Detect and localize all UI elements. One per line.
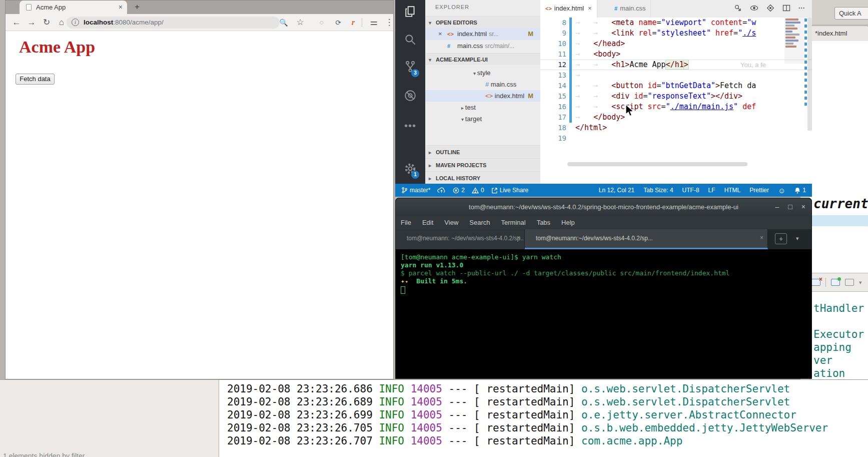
new-tab-button[interactable]: +: [132, 2, 143, 13]
preview-eye-icon[interactable]: [750, 4, 758, 12]
open-editor-item[interactable]: #main.csssrc/main/...: [425, 40, 540, 52]
log-tail-fragment: apping: [813, 341, 851, 353]
chevron-right-icon: ▸: [429, 159, 436, 172]
back-icon[interactable]: ←: [12, 18, 22, 28]
tune-icon[interactable]: ⚌: [368, 18, 378, 28]
chevron-down-icon[interactable]: ▾: [859, 279, 862, 286]
project-header[interactable]: ▾ACME-EXAMPLE-UI: [425, 53, 540, 65]
code-lines[interactable]: 8→ → <meta name="viewport" content="w9→ …: [540, 18, 812, 163]
zoom-icon[interactable]: 🔍: [279, 18, 289, 28]
status-item[interactable]: Ln 12, Col 21: [599, 187, 634, 194]
open-editors-header[interactable]: ▾OPEN EDITORS: [425, 16, 540, 28]
status-item[interactable]: UTF-8: [682, 187, 699, 194]
extension-script-icon[interactable]: r: [348, 18, 358, 28]
gitlens-icon[interactable]: [766, 4, 774, 12]
minimap[interactable]: [784, 18, 804, 133]
terminal-tab[interactable]: tom@neumann: ~/dev/ws/ws-sts4-4.0.2/sp..…: [396, 229, 525, 249]
section-label: OUTLINE: [436, 149, 460, 155]
close-icon[interactable]: ×: [801, 198, 805, 216]
quick-access-box[interactable]: Quick A: [834, 7, 868, 20]
menu-item-file[interactable]: File: [401, 216, 411, 229]
open-changes-icon[interactable]: [734, 4, 742, 12]
home-icon[interactable]: ⌂: [57, 18, 67, 28]
url-text: localhost:8080/acme/app/: [84, 17, 164, 29]
display-console-icon[interactable]: [845, 279, 854, 286]
fetch-data-button[interactable]: Fetch data: [16, 74, 55, 85]
pin-console-icon[interactable]: [831, 279, 840, 286]
reload-icon[interactable]: ↻: [42, 18, 52, 28]
status-item[interactable]: Tab Size: 4: [643, 187, 673, 194]
sidebar-section-header[interactable]: ▸LOCAL HISTORY: [425, 171, 540, 184]
status-item-cloud[interactable]: [437, 187, 446, 194]
notification-bell[interactable]: 1: [794, 187, 806, 194]
status-item[interactable]: HTML: [724, 187, 741, 194]
toolbar-divider: [362, 18, 362, 27]
editor-tab[interactable]: <>index.html×: [540, 0, 597, 18]
menu-item-search[interactable]: Search: [469, 216, 490, 229]
line-number: 13: [540, 70, 566, 81]
eclipse-editor-tab[interactable]: *index.html: [803, 26, 868, 41]
vertical-scrollbar[interactable]: [807, 18, 812, 131]
menu-item-terminal[interactable]: Terminal: [501, 216, 526, 229]
status-item-branch[interactable]: master*: [401, 187, 430, 194]
debug-icon[interactable]: [403, 88, 418, 103]
menu-item-help[interactable]: Help: [561, 216, 575, 229]
file-name: test: [465, 104, 476, 111]
open-editor-item[interactable]: ×<>index.htmlsr...M: [425, 28, 540, 40]
more-actions-icon[interactable]: ···: [798, 4, 805, 12]
split-editor-icon[interactable]: [782, 4, 790, 12]
tab-close-icon[interactable]: ×: [119, 3, 123, 11]
close-console-icon[interactable]: [811, 279, 820, 286]
more-extensions-icon[interactable]: •••: [403, 118, 418, 133]
terminal-titlebar[interactable]: tom@neumann:~/dev/ws/ws-sts4-4.0.2/sprin…: [396, 198, 811, 216]
tree-item[interactable]: # main.css: [425, 79, 540, 90]
tree-item[interactable]: ▸ test: [425, 102, 540, 113]
code-line: 15→ → <div id="responseText"></div>: [540, 91, 812, 102]
modified-badge: M: [528, 90, 533, 102]
code-text: → </body>: [575, 112, 625, 123]
close-icon[interactable]: ×: [588, 5, 592, 12]
code-text: →: [575, 70, 593, 81]
status-item[interactable]: Prettier: [749, 187, 769, 194]
status-item-error[interactable]: 2: [453, 187, 465, 194]
address-bar[interactable]: i localhost:8080/acme/app/: [67, 17, 280, 29]
search-icon[interactable]: [403, 32, 418, 47]
sidebar-section-header[interactable]: ▸MAVEN PROJECTS: [425, 158, 540, 171]
tree-item[interactable]: ▾ style: [425, 67, 540, 79]
close-icon[interactable]: ×: [760, 234, 763, 241]
sidebar-section-header[interactable]: ▸OUTLINE: [425, 145, 540, 158]
desktop: Quick A *index.html currentT. ▾ tHandler…: [0, 0, 868, 457]
forward-icon[interactable]: →: [27, 18, 37, 28]
status-item-warning[interactable]: 0: [472, 187, 484, 194]
terminal-tab-dropdown-icon[interactable]: ▾: [796, 235, 799, 249]
feedback-smiley-icon[interactable]: ☺: [778, 186, 785, 195]
status-item[interactable]: LF: [708, 187, 715, 194]
extension-circle-icon[interactable]: ◌: [317, 18, 327, 28]
tree-item[interactable]: <> index.htmlM: [425, 90, 540, 102]
close-icon[interactable]: ×: [438, 28, 442, 40]
maximize-icon[interactable]: □: [788, 198, 792, 216]
chevron-down-icon: ▾: [461, 117, 465, 122]
menu-item-view[interactable]: View: [444, 216, 458, 229]
menu-item-edit[interactable]: Edit: [422, 216, 433, 229]
terminal-tab-label: tom@neumann: ~/dev/ws/ws-sts4-4.0.2/sp..…: [407, 235, 525, 242]
editor-tab[interactable]: #main.css: [609, 0, 651, 18]
file-path: sr...: [489, 31, 498, 38]
browser-window: Acme App × + ← → ↻ ⌂ i localhost:8080/ac…: [5, 0, 394, 379]
extension-refresh-icon[interactable]: ⟳: [333, 18, 343, 28]
menu-item-tabs[interactable]: Tabs: [537, 216, 550, 229]
status-item-share[interactable]: Live Share: [491, 187, 528, 194]
close-icon[interactable]: ×: [517, 234, 520, 241]
horizontal-scrollbar[interactable]: [567, 162, 747, 166]
terminal-tab[interactable]: tom@neumann:~/dev/ws/ws-sts4-4.0.2/sp...…: [525, 229, 768, 249]
minimize-icon[interactable]: –: [775, 198, 779, 216]
browser-menu-icon[interactable]: ⋮: [384, 18, 394, 28]
browser-tab[interactable]: Acme App ×: [20, 1, 127, 14]
new-terminal-tab-button[interactable]: +: [775, 233, 787, 244]
tree-item[interactable]: ▾ target: [425, 113, 540, 125]
site-info-icon[interactable]: i: [72, 19, 79, 26]
code-line: 18</html>: [540, 123, 812, 133]
terminal-output[interactable]: [tom@neumann acme-example-ui]$ yarn watc…: [396, 249, 811, 379]
bookmark-star-icon[interactable]: ☆: [295, 18, 305, 28]
explorer-icon[interactable]: [403, 4, 418, 19]
